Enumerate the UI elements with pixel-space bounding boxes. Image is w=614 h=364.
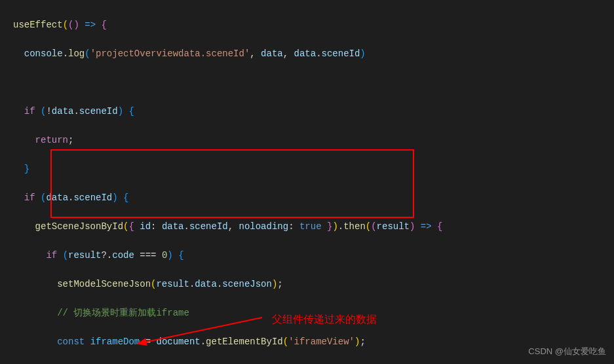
code-line: setModelSceneJson(result.data.sceneJson)… — [13, 277, 614, 291]
code-line: useEffect(() => { — [13, 18, 614, 32]
code-line: getSceneJsonById({ id: data.sceneId, nol… — [13, 219, 614, 234]
code-line: if (data.sceneId) { — [13, 191, 614, 205]
watermark: CSDN @仙女爱吃鱼 — [528, 344, 606, 359]
code-line: if (result?.code === 0) { — [13, 248, 614, 263]
annotation-label: 父组件传递过来的数据 — [272, 312, 377, 327]
code-line: return; — [13, 133, 614, 147]
code-line: if (!data.sceneId) { — [13, 104, 614, 118]
code-editor[interactable]: useEffect(() => { console.log('projectOv… — [0, 0, 614, 364]
code-line: console.log('projectOverviewdata.sceneId… — [13, 46, 614, 61]
code-line: const iframeDom = document.getElementByI… — [13, 335, 614, 349]
code-line — [13, 75, 614, 90]
code-line: } — [13, 162, 614, 176]
